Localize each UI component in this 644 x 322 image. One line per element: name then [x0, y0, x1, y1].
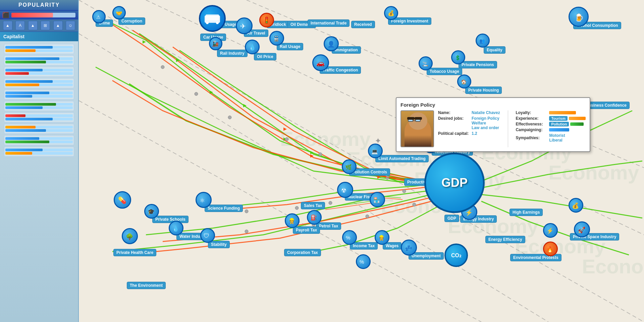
gdp-label: GDP — [441, 176, 468, 190]
svg-text:🌿: 🌿 — [345, 164, 352, 170]
node-label-intl-trade[interactable]: International Trade — [308, 19, 350, 27]
co2-circle[interactable]: CO₂ — [444, 244, 468, 267]
sidebar-icon-4[interactable]: ⊞ — [41, 21, 50, 30]
node-circle-salestax-icon[interactable]: 🏪 — [370, 192, 385, 207]
node-label-energy-efficiency[interactable]: Energy Efficiency — [485, 236, 525, 243]
svg-marker-13 — [143, 40, 146, 44]
node-circle-pensions-icon[interactable]: 💲 — [451, 50, 465, 64]
svg-text:☢: ☢ — [341, 187, 346, 194]
node-label-private-housing[interactable]: Private Housing — [465, 87, 502, 94]
node-circle-tobacco-icon[interactable]: 🚬 — [419, 56, 433, 70]
sidebar-icon-6[interactable]: ☺ — [66, 21, 75, 30]
node-circle-stability-icon[interactable]: 🛡 — [200, 228, 215, 243]
node-label-private-pensions[interactable]: Private Pensions — [459, 61, 497, 68]
node-circle-gridlock-icon[interactable] — [259, 13, 274, 28]
fp-info: Name: Natalie Chavez Desired jobs: Forei… — [438, 110, 500, 147]
node-label-corporation-tax[interactable]: Corporation Tax — [284, 249, 321, 256]
svg-text:💰: 💰 — [572, 202, 579, 209]
fp-loyalty-bar — [549, 111, 576, 114]
svg-marker-6 — [310, 151, 314, 154]
svg-text:🍺: 🍺 — [575, 13, 584, 22]
svg-text:💧: 💧 — [249, 44, 256, 51]
fp-capital-label: Political capital: — [438, 131, 472, 136]
node-label-oil-price[interactable]: Oil Price — [254, 53, 276, 60]
node-label-tobacco-usage[interactable]: Tobacco Usage — [427, 68, 462, 75]
sidebar-title: POPULARITY — [18, 2, 60, 8]
svg-text:🌳: 🌳 — [126, 233, 133, 240]
node-circle-investment-icon[interactable]: 💰 — [384, 6, 398, 20]
node-circle-traffic-icon[interactable]: 🚗 — [312, 54, 329, 71]
node-circle-science-icon[interactable]: ⚛ — [196, 192, 212, 208]
node-label-stability[interactable]: Stability — [208, 241, 230, 248]
sidebar-icon-3[interactable]: ▲ — [28, 21, 38, 30]
node-label-rail-industry[interactable]: Rail Industry — [217, 50, 248, 57]
node-circle-energyeff-icon[interactable]: ⚡ — [543, 223, 558, 238]
node-label-environment[interactable]: The Environment — [127, 282, 166, 289]
fp-pollution-tag: Pollution — [549, 122, 569, 126]
node-circle-equality-icon[interactable]: 👥 — [476, 34, 490, 48]
node-label-payroll-tax[interactable]: Payroll Tax — [293, 226, 320, 234]
node-circle-oil-icon[interactable]: 💧 — [245, 40, 260, 54]
node-circle-unemployment-icon[interactable]: 💤 — [401, 239, 417, 256]
node-circle-incometax-icon[interactable]: % — [342, 230, 357, 245]
svg-point-35 — [413, 203, 416, 206]
node-circle-water-icon[interactable]: 💧 — [169, 221, 183, 235]
node-label-high-earnings[interactable]: High Earnings — [509, 209, 543, 216]
node-circle-highearnings-icon[interactable]: 💰 — [569, 198, 583, 213]
node-circle-pollctrl-icon[interactable]: 🌿 — [342, 159, 357, 174]
sidebar-section-9 — [4, 135, 74, 145]
fp-campaigning-label: Campaigning: — [516, 127, 549, 132]
gdp-text-label[interactable]: GDP — [444, 215, 459, 222]
sidebar-icon-1[interactable]: ▲ — [3, 21, 12, 30]
node-circle-environment-icon[interactable]: 🌳 — [122, 228, 138, 244]
node-label-trading[interactable]: Limit Automated Trading — [375, 155, 429, 162]
node-circle-alcohol-icon[interactable]: 🍺 — [569, 7, 589, 27]
svg-point-19 — [285, 138, 288, 141]
node-circle-envprotest-icon[interactable]: 🔥 — [543, 241, 558, 256]
fp-sympathies-row: Sympathies: Motorist Liberal — [516, 133, 586, 143]
fp-sympathy-motorist: Motorist — [549, 133, 565, 138]
node-label-received[interactable]: Received — [351, 21, 375, 28]
sidebar-section-2 — [4, 55, 74, 65]
svg-line-41 — [325, 203, 372, 210]
watermark-9: Economy — [582, 255, 644, 278]
node-circle-schools-icon[interactable]: 🎓 — [144, 204, 159, 219]
node-circle-rail-icon[interactable]: 🚂 — [209, 37, 222, 50]
svg-point-53 — [266, 21, 268, 23]
fp-loyalty-label: Loyalty: — [516, 110, 549, 115]
node-circle-petroltax-icon[interactable]: ⛽ — [307, 210, 322, 225]
node-label-equality[interactable]: Equality — [484, 46, 505, 54]
node-label-science-funding[interactable]: Science Funding — [205, 205, 243, 212]
node-circle-plane-icon[interactable]: ✈ — [236, 17, 253, 34]
node-circle-healthcareicon[interactable]: 💊 — [114, 191, 131, 209]
svg-text:🤝: 🤝 — [116, 10, 122, 16]
svg-point-34 — [366, 215, 369, 218]
svg-text:💰: 💰 — [388, 10, 394, 16]
node-label-sales-tax[interactable]: Sales Tax — [301, 202, 325, 209]
sidebar-header: POPULARITY — [0, 0, 78, 11]
svg-point-25 — [161, 65, 164, 69]
node-label-private-schools[interactable]: Private Schools — [152, 216, 189, 223]
fp-tourism-tag: Tourism — [549, 116, 568, 121]
svg-text:👷: 👷 — [288, 218, 295, 224]
fp-jobs-label: Desired jobs: — [438, 116, 472, 130]
node-circle-immigration-icon[interactable]: 👤 — [324, 36, 339, 51]
svg-line-40 — [324, 201, 371, 208]
node-circle-railusage-icon[interactable]: 🚆 — [269, 31, 284, 46]
node-circle-payrolltax-icon[interactable]: 👷 — [285, 213, 300, 228]
node-label-private-health-care[interactable]: Private Health Care — [113, 249, 156, 256]
svg-text:💲: 💲 — [455, 55, 461, 61]
node-circle-wages-icon[interactable]: 👷 — [375, 230, 389, 245]
svg-marker-5 — [283, 138, 287, 141]
node-circle-nuclear-icon[interactable]: ☢ — [337, 182, 353, 198]
node-circle-housing-icon[interactable]: 🏠 — [457, 74, 471, 89]
gdp-circle[interactable]: GDP — [424, 153, 485, 213]
svg-text:⚛: ⚛ — [200, 197, 205, 204]
node-circle-bus-icon[interactable] — [199, 5, 226, 32]
sidebar-icon-2[interactable]: A — [15, 21, 25, 30]
node-circle-trading-icon[interactable]: 💻 — [368, 144, 383, 158]
node-circle-space-icon[interactable]: 🚀 — [574, 221, 590, 237]
fp-popup-title: Foreign Policy — [400, 102, 586, 108]
node-circle-corptax-icon[interactable]: % — [356, 254, 371, 269]
sidebar-icon-5[interactable]: ▲ — [53, 21, 63, 30]
